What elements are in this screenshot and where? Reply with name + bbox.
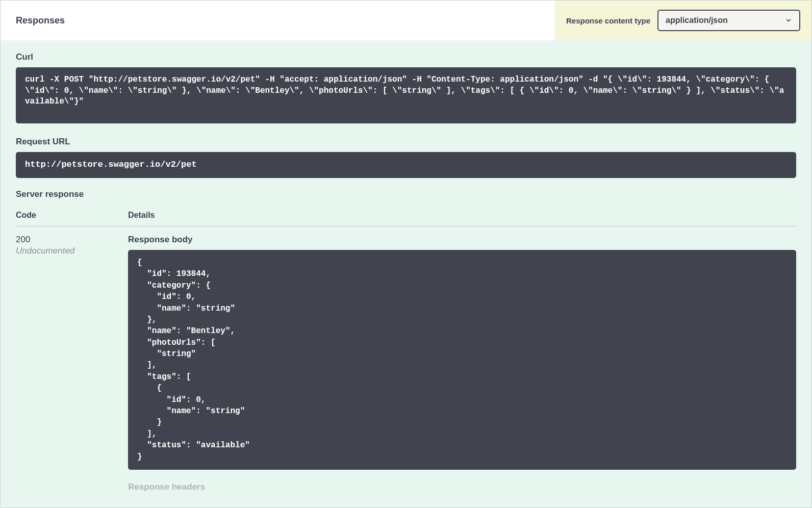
content-type-value: application/json xyxy=(666,16,728,24)
request-url-label: Request URL xyxy=(16,137,796,147)
response-row: 200 Undocumented Response body { "id": 1… xyxy=(16,235,796,492)
chevron-down-icon xyxy=(785,17,792,24)
response-body-label: Response body xyxy=(128,235,796,245)
code-cell: 200 Undocumented xyxy=(16,235,128,492)
content-type-label: Response content type xyxy=(566,16,650,25)
curl-code-block[interactable]: curl -X POST "http://petstore.swagger.io… xyxy=(16,67,796,123)
request-url-block[interactable]: http://petstore.swagger.io/v2/pet xyxy=(16,152,796,178)
responses-panel: Curl curl -X POST "http://petstore.swagg… xyxy=(1,41,811,508)
responses-title: Responses xyxy=(16,15,65,26)
response-table-head: Code Details xyxy=(16,211,796,226)
col-code-header: Code xyxy=(16,211,128,220)
responses-header: Responses Response content type applicat… xyxy=(1,1,811,41)
server-response-label: Server response xyxy=(16,189,796,199)
undocumented-label: Undocumented xyxy=(16,246,128,256)
curl-label: Curl xyxy=(16,52,796,62)
details-cell: Response body { "id": 193844, "category"… xyxy=(128,235,796,492)
response-code: 200 xyxy=(16,235,128,245)
col-details-header: Details xyxy=(128,211,796,220)
content-type-select[interactable]: application/json xyxy=(657,10,800,31)
response-headers-label: Response headers xyxy=(128,482,796,492)
content-type-section: Response content type application/json xyxy=(555,1,811,40)
response-body-block[interactable]: { "id": 193844, "category": { "id": 0, "… xyxy=(128,250,796,470)
